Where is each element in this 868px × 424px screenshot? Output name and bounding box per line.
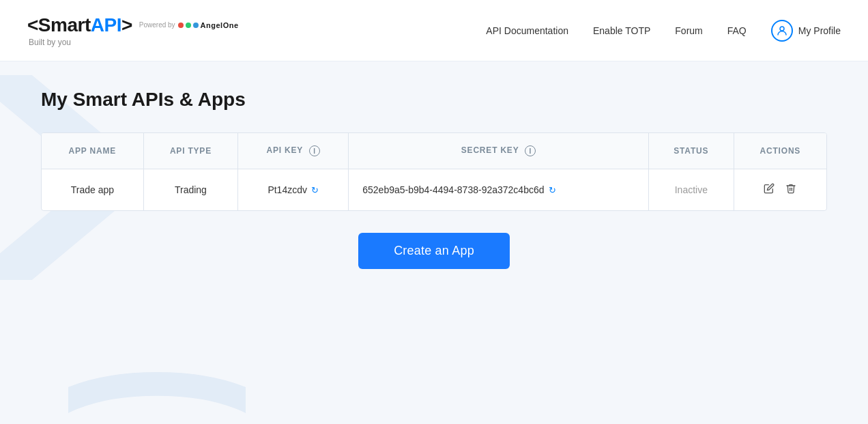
col-api-key: API KEY i <box>238 133 349 169</box>
table-row: Trade app Trading Pt14zcdv ↻ 652eb9a5-b9… <box>42 169 826 211</box>
main-content: My Smart APIs & Apps APP NAME API TYPE A… <box>0 61 868 296</box>
profile-label: My Profile <box>798 25 841 36</box>
svg-point-0 <box>68 384 246 424</box>
nav-enable-totp[interactable]: Enable TOTP <box>593 25 650 36</box>
logo-bracket-close: > <box>121 14 132 36</box>
built-by-text: Built by you <box>27 38 239 47</box>
status-badge: Inactive <box>675 184 708 195</box>
my-profile-button[interactable]: My Profile <box>771 20 841 42</box>
cell-actions <box>734 169 826 211</box>
cell-status: Inactive <box>648 169 734 211</box>
nav-api-documentation[interactable]: API Documentation <box>486 25 568 36</box>
logo-api: API <box>91 14 121 36</box>
col-secret-key: SECRET KEY i <box>349 133 649 169</box>
col-actions: ACTIONS <box>734 133 826 169</box>
angel-one-badge: AngelOne <box>178 21 239 29</box>
create-app-button[interactable]: Create an App <box>358 233 510 269</box>
col-secret-key-label: SECRET KEY <box>461 145 519 155</box>
cell-api-key: Pt14zcdv ↻ <box>238 169 349 211</box>
col-actions-label: ACTIONS <box>760 146 801 156</box>
powered-by-text: Powered by <box>139 21 175 29</box>
logo-smart: Smart <box>38 14 91 36</box>
decorative-bottom-shape <box>68 335 246 424</box>
angel-dot-blue <box>193 23 199 28</box>
angel-dot-green <box>186 23 191 28</box>
nav-forum[interactable]: Forum <box>675 25 702 36</box>
secret-key-value-wrapper: 652eb9a5-b9b4-4494-8738-92a372c4bc6d ↻ <box>362 184 635 195</box>
logo-bracket-open: < <box>27 14 38 36</box>
api-key-refresh-icon[interactable]: ↻ <box>311 185 319 195</box>
angel-dot-red <box>178 23 184 28</box>
angel-label: AngelOne <box>201 21 239 29</box>
api-key-value-wrapper: Pt14zcdv ↻ <box>252 184 334 195</box>
secret-key-refresh-icon[interactable]: ↻ <box>549 185 556 195</box>
secret-key-info-icon[interactable]: i <box>525 145 536 156</box>
col-api-key-label: API KEY <box>266 145 302 155</box>
table-header-row: APP NAME API TYPE API KEY i SECRET KEY i <box>42 133 826 169</box>
api-key-info-icon[interactable]: i <box>309 145 320 156</box>
apps-table: APP NAME API TYPE API KEY i SECRET KEY i <box>42 133 826 210</box>
svg-point-1 <box>780 27 784 31</box>
col-app-name: APP NAME <box>42 133 143 169</box>
col-api-type: API TYPE <box>143 133 237 169</box>
delete-button[interactable] <box>785 183 796 197</box>
logo-area: <SmartAPI> Powered by AngelOne Built by … <box>27 14 239 47</box>
logo-main: <SmartAPI> Powered by AngelOne <box>27 14 239 36</box>
apps-table-container: APP NAME API TYPE API KEY i SECRET KEY i <box>41 132 827 211</box>
logo-text: <SmartAPI> <box>27 14 132 36</box>
user-icon <box>776 25 788 37</box>
col-status-label: STATUS <box>674 146 708 156</box>
edit-icon <box>764 183 775 194</box>
powered-by: Powered by AngelOne <box>139 21 239 29</box>
main-nav: API Documentation Enable TOTP Forum FAQ … <box>486 20 841 42</box>
delete-icon <box>785 183 796 194</box>
secret-key-line1: 652eb9a5-b9b4-4494- <box>362 184 457 195</box>
cell-secret-key: 652eb9a5-b9b4-4494-8738-92a372c4bc6d ↻ <box>349 169 649 211</box>
secret-key-value: 652eb9a5-b9b4-4494-8738-92a372c4bc6d <box>362 184 544 195</box>
page-title: My Smart APIs & Apps <box>41 89 827 111</box>
col-app-name-label: APP NAME <box>69 146 117 156</box>
actions-wrapper <box>748 183 813 197</box>
cell-app-name: Trade app <box>42 169 143 211</box>
cell-api-type: Trading <box>143 169 237 211</box>
col-api-type-label: API TYPE <box>170 146 212 156</box>
col-status: STATUS <box>648 133 734 169</box>
edit-button[interactable] <box>764 183 775 197</box>
table-body: Trade app Trading Pt14zcdv ↻ 652eb9a5-b9… <box>42 169 826 211</box>
nav-faq[interactable]: FAQ <box>727 25 747 36</box>
header: <SmartAPI> Powered by AngelOne Built by … <box>0 0 868 61</box>
profile-icon <box>771 20 793 42</box>
secret-key-line2: 8738-92a372c4bc6d <box>457 184 545 195</box>
api-key-value: Pt14zcdv <box>267 184 307 195</box>
table-header: APP NAME API TYPE API KEY i SECRET KEY i <box>42 133 826 169</box>
create-app-wrapper: Create an App <box>41 233 827 269</box>
